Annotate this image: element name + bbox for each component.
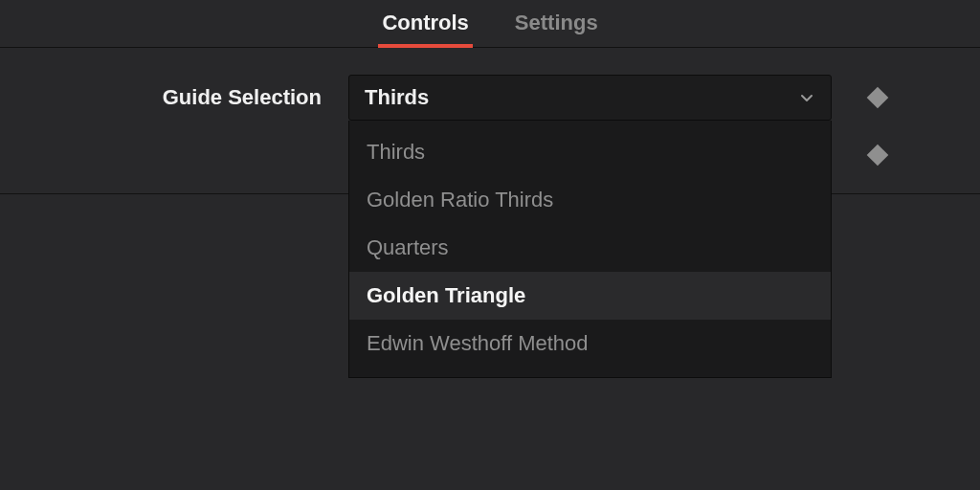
dropdown-option[interactable]: Thirds xyxy=(349,128,831,176)
tab-bar: Controls Settings xyxy=(0,0,980,48)
guide-selection-dropdown-list: Thirds Golden Ratio Thirds Quarters Gold… xyxy=(348,121,832,378)
guide-selection-value: Thirds xyxy=(365,85,429,110)
dropdown-option[interactable]: Quarters xyxy=(349,224,831,272)
keyframe-icon[interactable] xyxy=(867,87,889,109)
guide-selection-dropdown[interactable]: Thirds xyxy=(348,75,832,121)
row-guide-selection: Guide Selection Thirds Thirds Golden Rat… xyxy=(0,69,980,126)
tab-settings[interactable]: Settings xyxy=(511,1,602,47)
chevron-down-icon xyxy=(798,89,815,106)
dropdown-option[interactable]: Golden Triangle xyxy=(349,272,831,320)
keyframe-icon[interactable] xyxy=(867,145,889,167)
tab-controls[interactable]: Controls xyxy=(378,1,472,47)
inspector-panel: Controls Settings Guide Selection Thirds… xyxy=(0,0,980,490)
guide-selection-label: Guide Selection xyxy=(23,85,348,110)
dropdown-option[interactable]: Edwin Westhoff Method xyxy=(349,320,831,368)
dropdown-option[interactable]: Golden Ratio Thirds xyxy=(349,176,831,224)
